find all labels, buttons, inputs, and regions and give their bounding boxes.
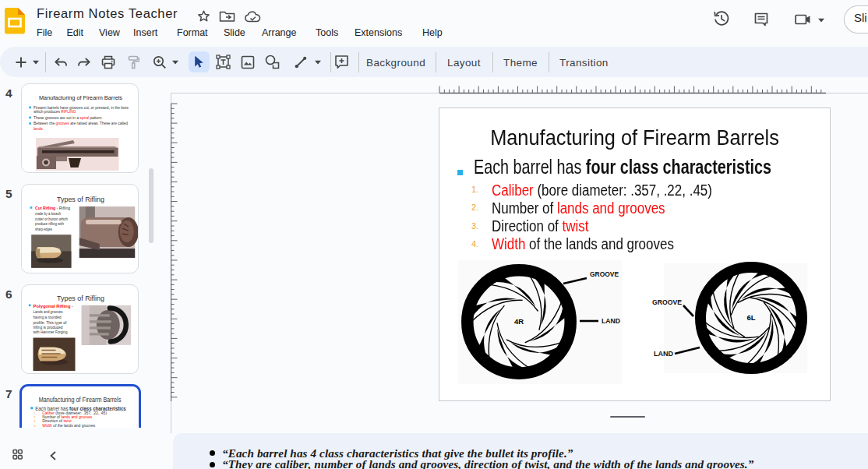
svg-text:4R: 4R xyxy=(514,317,524,326)
svg-text:GROOVE: GROOVE xyxy=(652,298,682,306)
svg-text:These grooves are cut in a spi: These grooves are cut in a spiral patter… xyxy=(34,115,102,119)
svg-text:LAND: LAND xyxy=(654,349,673,358)
svg-text:Types of Rifling: Types of Rifling xyxy=(57,196,104,203)
svg-text:LAND: LAND xyxy=(602,316,620,325)
svg-text:Polygonal Rifling -: Polygonal Rifling - xyxy=(33,304,72,309)
svg-text:profile. This type of: profile. This type of xyxy=(33,320,67,325)
svg-text:Firearm barrels have grooves c: Firearm barrels have grooves cut, or pre… xyxy=(34,105,129,109)
svg-text:made by a broach: made by a broach xyxy=(35,211,61,216)
svg-text:Manufacturing of Firearm Barre: Manufacturing of Firearm Barrels xyxy=(39,95,123,101)
svg-text:Cut Rifling - Rifling: Cut Rifling - Rifling xyxy=(35,206,70,210)
svg-text:Types of Rifling: Types of Rifling xyxy=(57,295,104,302)
svg-text:Manufacturing of Firearm Barre: Manufacturing of Firearm Barrels xyxy=(38,395,121,403)
svg-text:having a rounded: having a rounded xyxy=(33,315,61,319)
svg-text:rifling is produced: rifling is produced xyxy=(33,325,62,330)
svg-text:2.: 2. xyxy=(34,416,36,419)
svg-text:sharp edges: sharp edges xyxy=(35,226,52,231)
svg-text:lands.: lands. xyxy=(34,126,44,130)
svg-text:3.: 3. xyxy=(34,420,36,423)
svg-text:Width of the lands and grooves: Width of the lands and grooves xyxy=(42,422,95,427)
svg-text:Between the grooves are raised: Between the grooves are raised areas. Th… xyxy=(34,122,128,125)
svg-text:4.: 4. xyxy=(34,424,36,427)
svg-text:produce rifling with: produce rifling with xyxy=(35,221,64,226)
svg-text:GROOVE: GROOVE xyxy=(590,270,619,278)
svg-text:1.: 1. xyxy=(34,412,36,415)
svg-text:6L: 6L xyxy=(746,313,755,322)
svg-text:which produces RIFLING: which produces RIFLING xyxy=(34,110,76,114)
svg-text:with Hammer Forging: with Hammer Forging xyxy=(33,330,67,335)
svg-text:cutter or button which: cutter or button which xyxy=(35,217,68,221)
svg-text:Lands and grooves: Lands and grooves xyxy=(33,309,62,314)
